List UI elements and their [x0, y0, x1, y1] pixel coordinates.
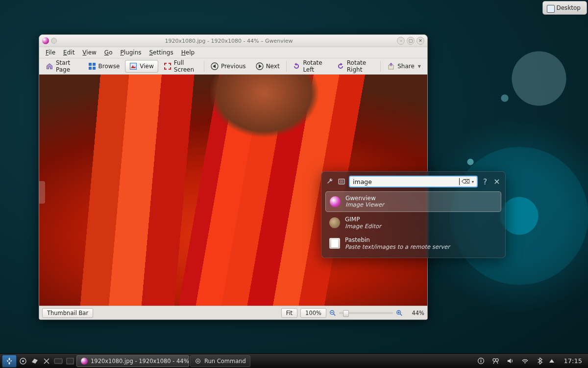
menu-go[interactable]: Go [101, 48, 116, 57]
kickoff-menu-button[interactable] [2, 355, 17, 368]
system-tray [473, 356, 559, 367]
volume-icon[interactable] [505, 356, 516, 367]
result-name: GIMP [345, 216, 381, 223]
zoom-in-icon[interactable] [396, 310, 403, 316]
browse-button[interactable]: Browse [84, 60, 124, 73]
gimp-icon [329, 217, 340, 228]
hundred-percent-button[interactable]: 100% [300, 308, 326, 318]
fit-button[interactable]: Fit [281, 308, 297, 318]
task-gwenview[interactable]: 1920x1080.jpg - 1920x1080 - 44% – G... [76, 355, 189, 367]
task-run-command[interactable]: Run Command [190, 355, 250, 367]
klipper-icon[interactable] [490, 356, 501, 367]
svg-point-24 [22, 360, 24, 362]
pager-icon[interactable] [53, 356, 64, 367]
status-bar: Thumbnail Bar Fit 100% 44% [39, 306, 427, 319]
svg-rect-26 [67, 358, 74, 364]
next-button[interactable]: Next [251, 60, 284, 73]
sidebar-handle[interactable] [39, 181, 45, 204]
home-icon [46, 62, 53, 70]
close-button[interactable]: ✕ [416, 37, 424, 45]
clear-icon[interactable]: ⌫ [462, 178, 470, 185]
kde-logo-icon [5, 357, 14, 366]
krunner-result-pastebin[interactable]: Pastebin Paste text/images to a remote s… [325, 234, 501, 253]
rotate-right-button[interactable]: Rotate Right [332, 60, 379, 73]
svg-marker-11 [294, 63, 296, 66]
tools-icon[interactable] [41, 356, 52, 367]
toolbar-separator [380, 61, 381, 72]
menu-plugins[interactable]: Plugins [117, 48, 145, 57]
task-label: 1920x1080.jpg - 1920x1080 - 44% – G... [91, 358, 189, 365]
show-desktop-icon[interactable] [65, 356, 75, 367]
hundred-label: 100% [305, 310, 321, 316]
zoom-out-icon[interactable] [329, 310, 336, 316]
svg-rect-1 [93, 63, 96, 66]
toolbar-separator [286, 61, 287, 72]
expand-tray-icon[interactable] [549, 359, 554, 363]
bluetooth-icon[interactable] [535, 356, 545, 367]
fullscreen-button[interactable]: Full Screen [159, 60, 202, 73]
chevron-down-icon[interactable]: ▾ [472, 180, 474, 184]
rotate-left-button[interactable]: Rotate Left [288, 60, 331, 73]
gwenview-icon [330, 196, 341, 207]
svg-marker-8 [213, 64, 216, 68]
result-desc: Image Editor [345, 223, 381, 230]
svg-rect-31 [481, 359, 482, 360]
browse-label: Browse [98, 63, 120, 70]
svg-rect-2 [89, 67, 92, 70]
window-title: 1920x1080.jpg - 1920x1080 - 44% – Gwenvi… [61, 38, 397, 44]
menu-help[interactable]: Help [178, 48, 198, 57]
rotate-left-icon [293, 62, 300, 70]
svg-rect-25 [54, 359, 62, 364]
network-icon[interactable] [520, 356, 531, 367]
result-name: Pastebin [345, 237, 450, 243]
notifier-icon[interactable] [29, 356, 40, 367]
desktop-toolbox-label: Desktop [557, 4, 581, 11]
gear-icon [195, 358, 201, 365]
close-icon[interactable]: ✕ [492, 177, 501, 186]
wrench-icon[interactable] [325, 177, 334, 186]
krunner-input[interactable]: image ⌫ ▾ [349, 176, 478, 187]
menu-file[interactable]: File [42, 48, 59, 57]
result-name: Gwenview [345, 195, 384, 202]
result-desc: Image Viewer [345, 202, 384, 209]
desktop-toolbox-button[interactable]: Desktop [542, 1, 588, 15]
svg-marker-12 [341, 63, 343, 66]
thumbnail-bar-button[interactable]: Thumbnail Bar [42, 308, 93, 318]
pastebin-icon [329, 238, 340, 249]
menu-edit[interactable]: Edit [60, 48, 78, 57]
krunner-result-gimp[interactable]: GIMP Image Editor [325, 213, 501, 233]
svg-rect-30 [481, 360, 482, 363]
svg-point-34 [524, 362, 525, 363]
previous-icon [211, 62, 219, 70]
taskbar: 1920x1080.jpg - 1920x1080 - 44% – G... R… [0, 353, 588, 368]
grid-icon [88, 62, 96, 70]
help-icon[interactable]: ? [481, 177, 490, 186]
activities-icon[interactable] [18, 356, 28, 367]
krunner-result-gwenview[interactable]: Gwenview Image Viewer [325, 191, 501, 212]
app-icon [42, 37, 49, 44]
share-button[interactable]: Share ▼ [383, 60, 425, 73]
krunner-results: Gwenview Image Viewer GIMP Image Editor … [325, 191, 501, 254]
thumbnail-bar-label: Thumbnail Bar [47, 310, 88, 316]
svg-marker-10 [259, 64, 262, 68]
previous-button[interactable]: Previous [206, 60, 250, 73]
rotate-right-icon [337, 62, 344, 70]
toolbar: Start Page Browse View Full Screen Previ… [39, 58, 427, 75]
info-icon[interactable] [476, 356, 487, 367]
activity-icon[interactable] [337, 177, 346, 186]
share-icon [387, 62, 395, 70]
rotate-right-label: Rotate Right [347, 59, 374, 73]
menu-view[interactable]: View [79, 48, 99, 57]
minimize-button[interactable]: － [397, 37, 405, 45]
window-pin-button[interactable] [51, 38, 57, 44]
menu-settings[interactable]: Settings [146, 48, 176, 57]
zoom-slider[interactable] [339, 312, 393, 314]
svg-rect-22 [340, 180, 343, 183]
start-page-label: Start Page [56, 59, 78, 73]
view-button[interactable]: View [125, 60, 158, 73]
svg-point-32 [493, 359, 496, 362]
clock[interactable]: 17:15 [560, 357, 586, 365]
maximize-button[interactable]: ▢ [407, 37, 415, 45]
titlebar[interactable]: 1920x1080.jpg - 1920x1080 - 44% – Gwenvi… [39, 35, 427, 47]
start-page-button[interactable]: Start Page [41, 60, 83, 73]
